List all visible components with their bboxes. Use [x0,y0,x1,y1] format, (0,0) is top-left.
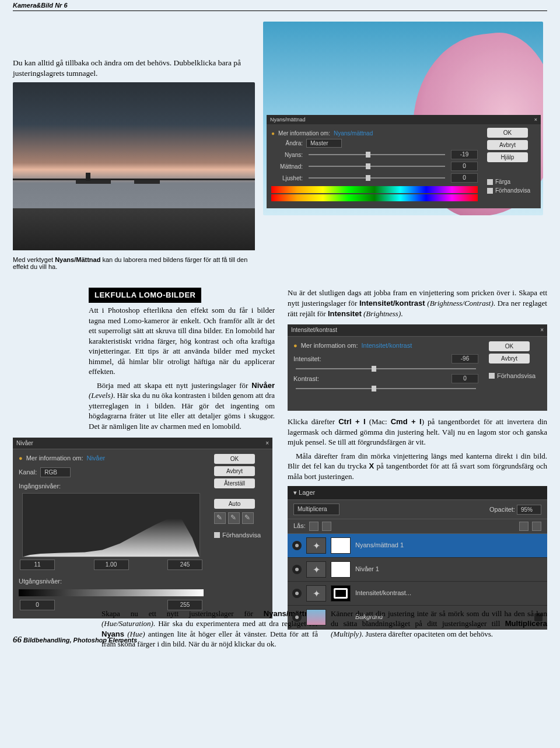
lock-transparent-icon[interactable] [309,522,318,531]
box-text: Att i Photoshop efterlikna den effekt so… [89,305,275,432]
hue-strip [271,186,478,193]
eyedropper-white-icon[interactable] [242,512,254,524]
shadow-input[interactable]: 11 [20,560,55,570]
visibility-icon[interactable] [292,565,302,574]
hue-slider[interactable] [309,154,445,155]
ok-button[interactable]: OK [489,341,530,351]
box-p2: Börja med att skapa ett nytt justeringsl… [89,380,275,432]
t: Börja med att skapa ett nytt justeringsl… [97,381,251,390]
hue-label: Nyans: [271,152,303,158]
light-value[interactable]: 0 [451,173,478,183]
preview-checkbox[interactable] [214,532,220,538]
sat-value[interactable]: 0 [451,162,478,171]
lake-caption: Med verktyget Nyans/Mättnad kan du labor… [13,256,255,270]
levels-panel: Nivåer × ● Mer information om: Nivåer Ka… [13,438,272,618]
opacity-label: Opacitet: [489,506,515,513]
layer-name: Nyans/mättnad 1 [355,541,404,550]
eyedroppers [214,512,268,524]
right-p1: Nu är det slutligen dags att jobba fram … [288,288,547,319]
layer-thumb [306,585,326,602]
mask-thumb [331,585,351,602]
t: Klicka därefter [288,417,338,426]
layer-row[interactable]: Nyans/mättnad 1 [288,534,547,558]
preview-checkbox[interactable] [487,188,493,194]
cancel-button[interactable]: Avbryt [487,140,528,150]
layer-row[interactable]: Nivåer 1 [288,558,547,582]
preview-checkbox[interactable] [489,373,495,379]
input-values: 11 1.00 245 [19,560,204,570]
panel-titlebar: Nivåer × [13,438,272,450]
lock-row: Lås: [288,519,547,534]
help-button[interactable]: Hjälp [487,152,528,162]
info-link[interactable]: Nivåer [86,454,105,463]
t: . [401,309,402,318]
blend-mode-select[interactable]: Multiplicera [293,504,340,515]
opacity-group: Opacitet: 95% [489,505,541,514]
sat-slider[interactable] [309,166,445,167]
channel-label: Kanal: [19,468,37,477]
info-link[interactable]: Intensitet/kontrast [361,341,412,350]
channel-select[interactable]: RGB [40,467,71,478]
panel-title: Nivåer [16,440,33,446]
panel-title: Intensitet/kontrast [291,327,337,333]
visibility-icon[interactable] [292,541,302,550]
intensity-slider[interactable] [296,368,476,369]
info-label: Mer information om: [301,341,358,350]
lock-all-icon[interactable] [322,522,331,531]
page-number: 66 [13,635,22,644]
layer-thumb [306,609,326,625]
visibility-icon[interactable] [292,613,302,622]
visibility-icon[interactable] [292,589,302,598]
eyedropper-black-icon[interactable] [214,512,226,524]
contrast-value[interactable]: 0 [452,374,478,383]
hue-value[interactable]: -19 [451,150,478,159]
t: (Hue/Saturation) [102,619,153,628]
eyedropper-gray-icon[interactable] [228,512,240,524]
light-slider[interactable] [309,177,445,179]
auto-button[interactable]: Auto [214,499,255,509]
ok-button[interactable]: OK [487,128,528,138]
highlight-input[interactable]: 245 [167,560,202,570]
edit-select[interactable]: Master [306,139,342,148]
output-gradient[interactable] [19,589,204,596]
layer-thumb [306,561,326,578]
intensity-value[interactable]: -96 [452,354,478,363]
t: Intensitet/kontrast [359,299,425,307]
right-p2: Klicka därefter Ctrl + I (Mac: Cmd + I) … [288,417,547,448]
panel-titlebar: Nyans/mättnad × [267,115,541,124]
hue-sat-panel: Nyans/mättnad × ● Mer information om: Ny… [267,115,541,208]
close-icon[interactable]: × [534,117,537,123]
caption-tool: Nyans/Mättnad [55,256,100,263]
layer-row[interactable]: Intensitet/kontrast... [288,582,547,606]
cancel-button[interactable]: Avbryt [489,354,530,363]
top-row: Du kan alltid gå tillbaka och ändra om d… [13,22,547,270]
histogram [22,493,200,557]
bulb-icon: ● [19,454,23,463]
light-label: Ljushet: [271,175,303,181]
left-column: LEKFULLA LOMO-BILDER Att i Photoshop eft… [13,288,275,629]
panel-titlebar: Intensitet/kontrast × [288,324,547,337]
info-link[interactable]: Nyans/mättnad [334,130,373,137]
preview-label: Förhandsvisa [222,531,261,540]
colorize-checkbox[interactable] [487,179,493,185]
contrast-slider[interactable] [296,388,476,389]
close-icon[interactable]: × [540,326,544,334]
link-icon[interactable] [519,522,528,531]
trash-icon[interactable] [532,522,541,531]
box-heading: LEKFULLA LOMO-BILDER [89,288,201,303]
reset-button[interactable]: Återställ [214,478,255,488]
layer-name: Nivåer 1 [355,565,379,574]
opacity-input[interactable]: 95% [517,505,541,515]
foreground-dock [13,208,255,250]
info-label: Mer information om: [278,130,330,137]
panel-titlebar: ▾ Lager [288,486,547,500]
close-icon[interactable]: × [265,439,269,448]
ok-button[interactable]: OK [214,454,255,464]
cancel-button[interactable]: Avbryt [214,466,255,476]
out-shadow-input[interactable]: 0 [20,600,55,610]
t: Multiplicera [505,619,547,628]
bulb-icon: ● [271,130,275,137]
gamma-input[interactable]: 1.00 [94,560,129,570]
t: Skapa nu ett nytt justeringslager för [102,609,264,618]
top-right-col: Nyans/mättnad × ● Mer information om: Ny… [263,22,547,270]
